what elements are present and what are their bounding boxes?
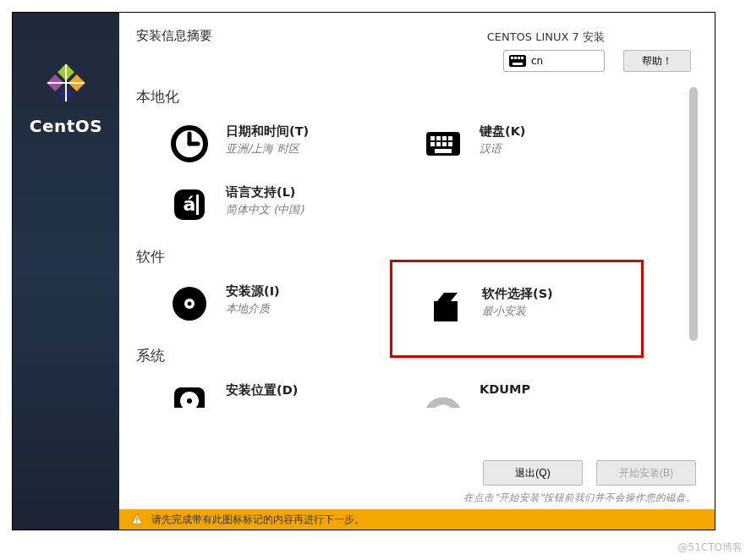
language-icon: á	[168, 184, 211, 225]
section-localization: 本地化	[136, 87, 677, 107]
item-dest-title: 安装位置(D)	[226, 382, 298, 398]
keyboard-layout-indicator[interactable]: cn	[503, 50, 605, 72]
clock-icon	[168, 124, 211, 164]
quit-button[interactable]: 退出(Q)	[483, 460, 583, 486]
svg-rect-22	[442, 142, 447, 146]
item-datetime-sub: 亚洲/上海 时区	[226, 141, 309, 156]
summary-body: 本地化 日期和时间(T) 亚洲/上海 时区	[119, 80, 677, 469]
item-datetime[interactable]: 日期和时间(T) 亚洲/上海 时区	[136, 118, 390, 179]
item-keyboard-title: 键盘(K)	[480, 124, 526, 140]
svg-rect-10	[521, 57, 524, 59]
svg-rect-27	[196, 195, 199, 215]
item-software-selection[interactable]: 软件选择(S) 最小安装	[390, 260, 644, 358]
svg-rect-19	[448, 136, 452, 140]
item-kdump-title: KDUMP	[480, 382, 530, 396]
scrollbar-thumb[interactable]	[689, 87, 698, 341]
item-datetime-title: 日期和时间(T)	[226, 124, 309, 140]
warning-icon	[131, 513, 143, 525]
svg-rect-9	[518, 57, 520, 59]
svg-point-33	[187, 398, 192, 404]
begin-install-button[interactable]: 开始安装(B)	[596, 460, 696, 486]
keyboard-layout-code: cn	[531, 55, 543, 67]
svg-rect-8	[514, 57, 517, 59]
item-source-title: 安装源(I)	[226, 283, 280, 299]
svg-text:á: á	[184, 194, 196, 215]
svg-rect-20	[430, 142, 435, 146]
svg-rect-24	[435, 149, 452, 153]
item-keyboard[interactable]: 键盘(K) 汉语	[390, 118, 644, 179]
item-install-source[interactable]: 安装源(I) 本地介质	[136, 278, 390, 339]
brand-label: CentOS	[13, 116, 119, 136]
svg-rect-11	[513, 63, 523, 65]
warning-bar: 请先完成带有此图标标记的内容再进行下一步。	[119, 509, 715, 530]
svg-rect-17	[436, 136, 441, 140]
svg-rect-7	[511, 57, 513, 59]
package-icon	[425, 286, 467, 327]
watermark: @51CTO博客	[678, 541, 743, 555]
item-kdump[interactable]: KDUMP	[390, 377, 644, 408]
centos-logo	[13, 60, 119, 109]
item-language-sub: 简体中文 (中国)	[226, 202, 304, 217]
help-button[interactable]: 帮助！	[623, 50, 691, 72]
disc-icon	[168, 283, 211, 324]
svg-rect-18	[442, 136, 447, 140]
item-source-sub: 本地介质	[226, 301, 280, 316]
item-keyboard-sub: 汉语	[480, 141, 526, 156]
item-language-title: 语言支持(L)	[226, 184, 304, 200]
install-label: CENTOS LINUX 7 安装	[487, 30, 605, 45]
keyboard-icon	[422, 124, 464, 164]
svg-rect-23	[448, 142, 452, 146]
item-software-title: 软件选择(S)	[482, 286, 553, 302]
item-install-destination[interactable]: 安装位置(D)	[136, 377, 390, 408]
item-language[interactable]: á 语言支持(L) 简体中文 (中国)	[136, 179, 390, 240]
kdump-icon	[422, 382, 464, 408]
item-software-sub: 最小安装	[482, 304, 553, 319]
svg-rect-35	[136, 517, 137, 520]
page-title: 安装信息摘要	[136, 28, 699, 44]
svg-rect-36	[136, 522, 137, 523]
svg-rect-16	[430, 136, 435, 140]
warning-text: 请先完成带有此图标标记的内容再进行下一步。	[151, 513, 365, 527]
scrollbar[interactable]	[689, 87, 698, 443]
svg-point-30	[188, 302, 192, 306]
harddisk-icon	[168, 382, 211, 408]
keyboard-icon	[509, 55, 526, 67]
svg-rect-21	[436, 142, 441, 146]
footer-hint: 在点击"开始安装"按钮前我们并不会操作您的磁盘。	[463, 491, 696, 504]
sidebar: CentOS	[13, 13, 119, 530]
